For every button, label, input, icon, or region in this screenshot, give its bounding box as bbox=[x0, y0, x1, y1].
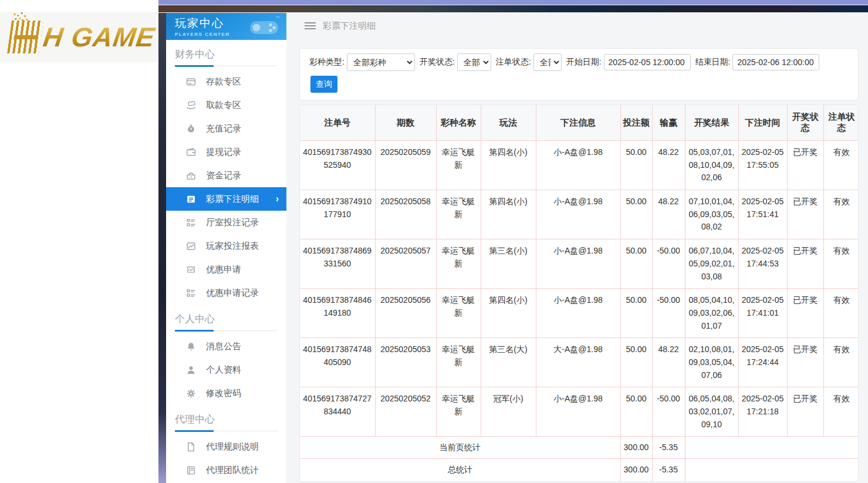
person-icon bbox=[185, 364, 196, 375]
page-title: 彩票下注明细 bbox=[323, 21, 376, 32]
section-underline bbox=[175, 430, 278, 432]
cell-play-type: 第三名(大) bbox=[481, 338, 536, 387]
col-header-play-type: 玩法 bbox=[481, 105, 536, 141]
cell-bet-time: 2025-02-05 17:51:41 bbox=[738, 190, 787, 239]
bets-table-card: 注单号期数彩种名称玩法下注信息投注额输赢开奖结果下注时间开奖状态注单状态 401… bbox=[299, 104, 859, 482]
cell-win-loss: 48.22 bbox=[652, 190, 685, 239]
col-header-bet-no: 注单号 bbox=[300, 105, 375, 141]
summary-label: 当前页统计 bbox=[300, 437, 620, 459]
page-column: 彩票下注明细 彩种类型: 全部彩种 开奖状态: 全部 注单状态: 全部 bbox=[299, 13, 859, 483]
brand-panel: H GAME bbox=[0, 0, 158, 483]
sidebar-item-list-0-5[interactable]: 彩票下注明细› bbox=[166, 187, 286, 211]
cell-draw-result: 05,03,07,01,08,10,04,09,02,06 bbox=[685, 141, 738, 190]
sidebar-item-card-0-0[interactable]: 存款专区 bbox=[166, 70, 286, 93]
left-dark-strip bbox=[158, 13, 166, 483]
draw-status-select[interactable]: 全部 bbox=[457, 53, 491, 71]
sidebar-item-label: 充值记录 bbox=[206, 123, 241, 134]
current-page-summary-row: 当前页统计300.00-5.35 bbox=[300, 437, 859, 459]
sidebar-item-label: 厅室投注记录 bbox=[206, 217, 259, 228]
cell-order-status: 有效 bbox=[823, 141, 859, 190]
sidebar-item-label: 提现记录 bbox=[206, 147, 241, 158]
sidebar-item-label: 资金记录 bbox=[206, 170, 241, 181]
cell-play-type: 第四名(小) bbox=[481, 190, 536, 239]
sidebar-item-label: 代理规则说明 bbox=[206, 441, 259, 452]
cell-order-status: 有效 bbox=[823, 239, 859, 289]
sidebar-item-bell-1-0[interactable]: 消息公告 bbox=[166, 335, 286, 358]
sidebar-item-purse-0-4[interactable]: 资金记录 bbox=[166, 164, 286, 187]
total-summary-row: 总统计300.00-5.35 bbox=[300, 459, 859, 481]
cell-period: 20250205052 bbox=[375, 387, 436, 437]
chart-icon bbox=[185, 241, 196, 251]
cell-bet-no: 401569173874727834440 bbox=[300, 387, 375, 437]
cell-bet-info: 小-A盘@1.98 bbox=[536, 141, 620, 190]
bell-icon bbox=[185, 341, 196, 352]
sidebar-item-chart-0-7[interactable]: 玩家投注报表 bbox=[166, 234, 286, 258]
cell-draw-status: 已开奖 bbox=[787, 190, 823, 239]
cell-play-type: 第四名(小) bbox=[481, 289, 536, 338]
summary-bet-amount: 300.00 bbox=[620, 459, 652, 481]
end-date-input[interactable] bbox=[732, 54, 819, 70]
sidebar-item-person-1-1[interactable]: 个人资料 bbox=[166, 358, 286, 381]
cell-draw-result: 06,05,04,08,03,02,01,07,09,10 bbox=[685, 387, 738, 437]
sidebar-sections: 财务中心存款专区取款专区¥充值记录提现记录资金记录彩票下注明细›厅室投注记录玩家… bbox=[166, 40, 286, 482]
start-date-input[interactable] bbox=[604, 54, 691, 70]
list-check-icon bbox=[185, 288, 196, 298]
col-header-order-status: 注单状态 bbox=[823, 105, 859, 141]
ticket-icon bbox=[185, 264, 196, 275]
sidebar-section-title: 财务中心 bbox=[166, 40, 286, 65]
cell-bet-no: 401569173874930525940 bbox=[300, 141, 375, 190]
cell-order-status: 有效 bbox=[823, 387, 859, 437]
lottery-type-label: 彩种类型: bbox=[309, 57, 345, 67]
sidebar-item-gear-1-2[interactable]: 修改密码 bbox=[166, 381, 286, 405]
col-header-win-loss: 输赢 bbox=[652, 105, 685, 141]
table-row: 40156917387491017791020250205058幸运飞艇新第四名… bbox=[300, 190, 859, 239]
cell-play-type: 冠军(小) bbox=[481, 387, 536, 437]
sidebar-item-wallet-0-3[interactable]: 提现记录 bbox=[166, 140, 286, 164]
cell-bet-time: 2025-02-05 17:41:01 bbox=[738, 289, 787, 338]
sidebar-item-label: 优惠申请记录 bbox=[206, 288, 259, 299]
sidebar-item-file-2-0[interactable]: 代理规则说明 bbox=[166, 435, 286, 458]
sidebar-item-list-check-0-6[interactable]: 厅室投注记录 bbox=[166, 211, 286, 234]
cell-win-loss: 48.22 bbox=[652, 141, 685, 190]
start-date-label: 开始日期: bbox=[566, 57, 602, 67]
cell-play-type: 第三名(小) bbox=[481, 239, 536, 289]
cell-bet-amount: 50.00 bbox=[620, 141, 652, 190]
cell-bet-info: 大-A盘@1.98 bbox=[536, 338, 620, 387]
table-row: 40156917387472783444020250205052幸运飞艇新冠军(… bbox=[300, 387, 859, 437]
section-underline bbox=[175, 330, 278, 332]
file-icon bbox=[185, 441, 196, 452]
cell-bet-no: 401569173874846149180 bbox=[300, 289, 375, 338]
sidebar-item-hand-card-0-1[interactable]: 取款专区 bbox=[166, 93, 286, 117]
logo-dots-decor bbox=[13, 13, 15, 15]
table-row: 40156917387474840509020250205053幸运飞艇新第三名… bbox=[300, 338, 859, 387]
sidebar-item-list-check-0-9[interactable]: 优惠申请记录 bbox=[166, 281, 286, 305]
cell-win-loss: -50.00 bbox=[652, 289, 685, 338]
sidebar-item-ticket-0-8[interactable]: 优惠申请 bbox=[166, 258, 286, 281]
sidebar-item-book-2-1[interactable]: 代理团队统计 bbox=[166, 458, 286, 482]
purse-icon bbox=[185, 170, 196, 181]
cell-bet-no: 401569173874910177910 bbox=[300, 190, 375, 239]
cell-bet-no: 401569173874748405090 bbox=[300, 338, 375, 387]
filter-panel: 彩种类型: 全部彩种 开奖状态: 全部 注单状态: 全部 开始日期: 结束日期: bbox=[299, 48, 859, 100]
bets-table: 注单号期数彩种名称玩法下注信息投注额输赢开奖结果下注时间开奖状态注单状态 401… bbox=[300, 105, 859, 481]
sidebar-item-label: 存款专区 bbox=[206, 76, 241, 87]
hamburger-menu-icon[interactable] bbox=[305, 21, 316, 31]
sidebar-item-label: 彩票下注明细 bbox=[206, 194, 259, 205]
logo: H GAME bbox=[7, 21, 157, 53]
cell-bet-info: 小-A盘@1.98 bbox=[536, 190, 620, 239]
cell-win-loss: -50.00 bbox=[652, 387, 685, 437]
lottery-type-select[interactable]: 全部彩种 bbox=[347, 53, 415, 71]
cell-lottery-name: 幸运飞艇新 bbox=[436, 289, 481, 338]
search-button[interactable]: 查询 bbox=[310, 76, 337, 93]
cell-order-status: 有效 bbox=[823, 338, 859, 387]
cell-bet-time: 2025-02-05 17:55:05 bbox=[738, 141, 787, 190]
sidebar-item-label: 个人资料 bbox=[206, 364, 241, 376]
cell-period: 20250205059 bbox=[375, 141, 436, 190]
order-status-select[interactable]: 全部 bbox=[533, 53, 562, 71]
gamepad-icon bbox=[246, 15, 282, 40]
content-area: 玩家中心 PLAYERS CENTER 财务中心存款专区取款专区¥充值记录提现记… bbox=[166, 13, 868, 483]
breadcrumb: 彩票下注明细 bbox=[299, 13, 859, 39]
sidebar-item-money-bag-0-2[interactable]: ¥充值记录 bbox=[166, 117, 286, 140]
col-header-bet-time: 下注时间 bbox=[738, 105, 787, 141]
list-check-icon bbox=[185, 217, 196, 228]
